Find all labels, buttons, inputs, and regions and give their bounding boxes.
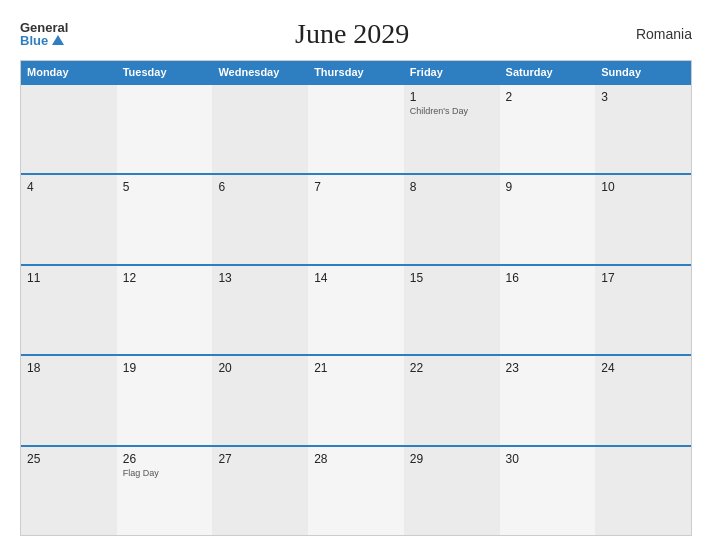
day-number: 10 (601, 180, 685, 194)
cal-cell-2-5: 8 (404, 175, 500, 263)
day-number: 9 (506, 180, 590, 194)
cal-cell-5-2: 26Flag Day (117, 447, 213, 535)
logo-blue-text: Blue (20, 34, 48, 47)
calendar-header-row: MondayTuesdayWednesdayThursdayFridaySatu… (21, 61, 691, 83)
day-number: 19 (123, 361, 207, 375)
cal-cell-2-1: 4 (21, 175, 117, 263)
cal-cell-4-1: 18 (21, 356, 117, 444)
day-number: 29 (410, 452, 494, 466)
day-number: 14 (314, 271, 398, 285)
logo: General Blue (20, 21, 68, 47)
cal-cell-3-4: 14 (308, 266, 404, 354)
day-number: 23 (506, 361, 590, 375)
day-number: 22 (410, 361, 494, 375)
cal-header-cell-tuesday: Tuesday (117, 61, 213, 83)
cal-cell-4-6: 23 (500, 356, 596, 444)
cal-cell-2-3: 6 (212, 175, 308, 263)
cal-header-cell-wednesday: Wednesday (212, 61, 308, 83)
day-number: 6 (218, 180, 302, 194)
cal-cell-5-4: 28 (308, 447, 404, 535)
calendar-week-1: 1Children's Day23 (21, 83, 691, 173)
calendar-title: June 2029 (295, 18, 409, 50)
cal-cell-5-3: 27 (212, 447, 308, 535)
calendar-week-3: 11121314151617 (21, 264, 691, 354)
cal-header-cell-sunday: Sunday (595, 61, 691, 83)
day-number: 18 (27, 361, 111, 375)
day-number: 13 (218, 271, 302, 285)
day-number: 11 (27, 271, 111, 285)
cal-cell-4-7: 24 (595, 356, 691, 444)
country-label: Romania (636, 26, 692, 42)
day-number: 30 (506, 452, 590, 466)
cal-cell-1-2 (117, 85, 213, 173)
day-number: 2 (506, 90, 590, 104)
day-number: 8 (410, 180, 494, 194)
cal-cell-2-4: 7 (308, 175, 404, 263)
cal-header-cell-thursday: Thursday (308, 61, 404, 83)
cal-cell-2-6: 9 (500, 175, 596, 263)
cal-cell-2-7: 10 (595, 175, 691, 263)
calendar-body: 1Children's Day2345678910111213141516171… (21, 83, 691, 535)
cal-cell-4-3: 20 (212, 356, 308, 444)
cal-cell-5-7 (595, 447, 691, 535)
cal-cell-3-7: 17 (595, 266, 691, 354)
cal-cell-4-2: 19 (117, 356, 213, 444)
day-number: 1 (410, 90, 494, 104)
calendar: MondayTuesdayWednesdayThursdayFridaySatu… (20, 60, 692, 536)
day-event: Flag Day (123, 468, 207, 480)
cal-cell-4-4: 21 (308, 356, 404, 444)
cal-cell-2-2: 5 (117, 175, 213, 263)
logo-blue-container: Blue (20, 34, 64, 47)
day-number: 24 (601, 361, 685, 375)
day-number: 16 (506, 271, 590, 285)
cal-cell-3-3: 13 (212, 266, 308, 354)
day-number: 25 (27, 452, 111, 466)
cal-cell-3-1: 11 (21, 266, 117, 354)
cal-cell-1-7: 3 (595, 85, 691, 173)
cal-header-cell-friday: Friday (404, 61, 500, 83)
calendar-week-2: 45678910 (21, 173, 691, 263)
day-number: 7 (314, 180, 398, 194)
calendar-week-4: 18192021222324 (21, 354, 691, 444)
header: General Blue June 2029 Romania (20, 18, 692, 50)
page: General Blue June 2029 Romania MondayTue… (0, 0, 712, 550)
cal-cell-5-1: 25 (21, 447, 117, 535)
day-number: 15 (410, 271, 494, 285)
day-number: 27 (218, 452, 302, 466)
cal-cell-4-5: 22 (404, 356, 500, 444)
cal-cell-1-3 (212, 85, 308, 173)
cal-cell-1-5: 1Children's Day (404, 85, 500, 173)
cal-cell-5-6: 30 (500, 447, 596, 535)
cal-cell-1-4 (308, 85, 404, 173)
cal-header-cell-saturday: Saturday (500, 61, 596, 83)
cal-header-cell-monday: Monday (21, 61, 117, 83)
cal-cell-3-6: 16 (500, 266, 596, 354)
day-number: 26 (123, 452, 207, 466)
day-event: Children's Day (410, 106, 494, 118)
day-number: 3 (601, 90, 685, 104)
cal-cell-1-6: 2 (500, 85, 596, 173)
day-number: 17 (601, 271, 685, 285)
cal-cell-5-5: 29 (404, 447, 500, 535)
logo-triangle-icon (52, 35, 64, 45)
day-number: 20 (218, 361, 302, 375)
day-number: 4 (27, 180, 111, 194)
day-number: 12 (123, 271, 207, 285)
cal-cell-1-1 (21, 85, 117, 173)
calendar-week-5: 2526Flag Day27282930 (21, 445, 691, 535)
day-number: 28 (314, 452, 398, 466)
day-number: 21 (314, 361, 398, 375)
cal-cell-3-2: 12 (117, 266, 213, 354)
day-number: 5 (123, 180, 207, 194)
cal-cell-3-5: 15 (404, 266, 500, 354)
